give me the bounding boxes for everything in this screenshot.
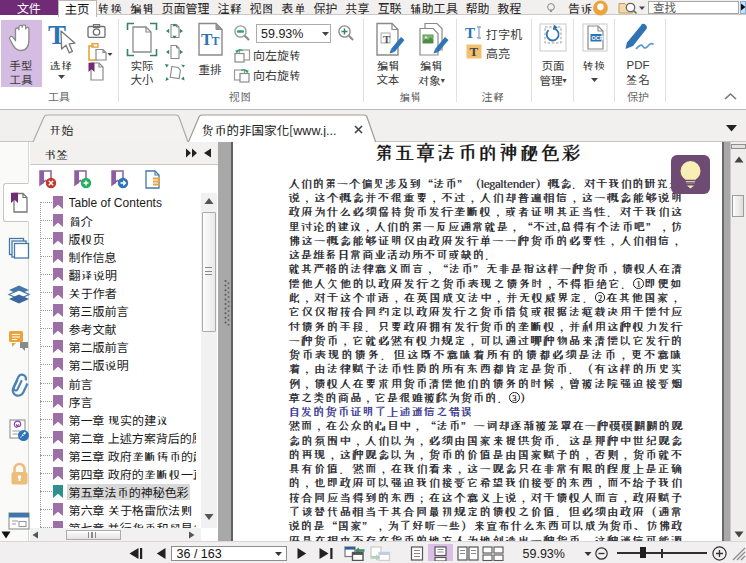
svg-text:T: T: [212, 34, 220, 48]
svg-text:T: T: [383, 33, 391, 45]
svg-text:T: T: [470, 44, 479, 59]
svg-text:OCR: OCR: [592, 35, 604, 41]
svg-text:T: T: [465, 25, 475, 40]
